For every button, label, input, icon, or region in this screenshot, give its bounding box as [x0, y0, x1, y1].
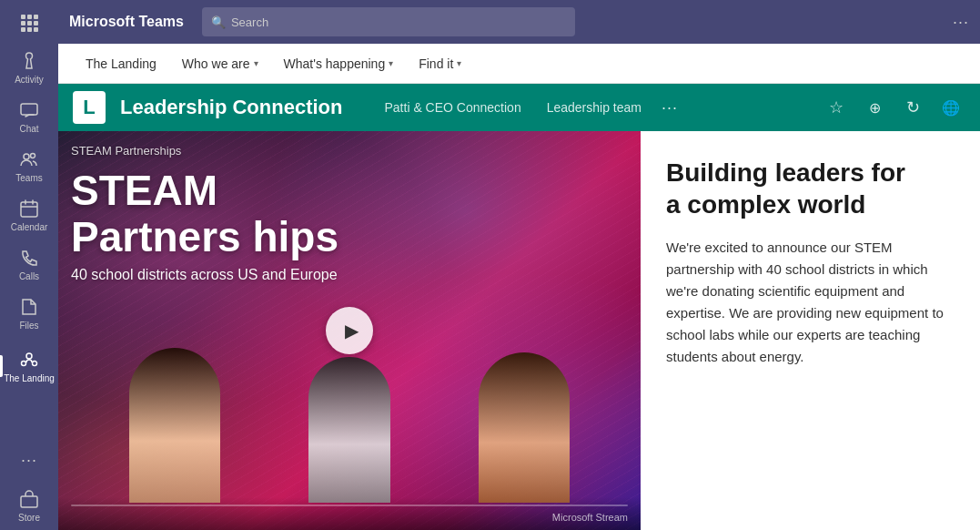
calls-icon — [18, 247, 40, 269]
video-tag: STEAM Partnerships — [71, 144, 181, 158]
sidebar-more-button[interactable]: ··· — [21, 440, 37, 481]
sidebar-item-chat-label: Chat — [19, 124, 38, 134]
sidebar-item-files[interactable]: Files — [0, 289, 58, 338]
nav-item-find-it-label: Find it — [419, 56, 453, 71]
sidebar-item-files-label: Files — [19, 321, 38, 331]
child-figure-left — [129, 348, 220, 503]
video-title-line1: STEAM — [71, 168, 628, 214]
sidebar-item-teams-label: Teams — [15, 173, 42, 183]
sidebar-item-activity[interactable]: Activity — [0, 43, 58, 92]
video-main-text: STEAM Partners hips 40 school districts … — [71, 168, 628, 283]
svg-rect-7 — [21, 496, 37, 507]
globe-icon: 🌐 — [942, 99, 960, 117]
channel-star-button[interactable]: ☆ — [822, 93, 851, 122]
channel-nav-more-button[interactable]: ··· — [654, 93, 685, 123]
video-overlay-text: STEAM Partnerships — [58, 131, 641, 169]
waffle-menu[interactable] — [0, 7, 58, 43]
svg-point-1 — [24, 154, 29, 159]
text-section: Building leaders for a complex world We'… — [641, 131, 980, 530]
sidebar-item-the-landing-label: The Landing — [4, 373, 55, 383]
channel-nav-patti-ceo-label: Patti & CEO Connection — [384, 100, 520, 115]
whats-happening-chevron-icon: ▾ — [389, 58, 393, 68]
video-subtitle: 40 school districts across US and Europe — [71, 267, 628, 283]
search-box[interactable]: 🔍 Search — [202, 7, 576, 36]
sidebar-store-button[interactable]: Store — [18, 481, 40, 530]
video-background: STEAM Partnerships STEAM Partners hips 4… — [58, 131, 641, 530]
store-icon — [18, 488, 40, 510]
channel-nav-patti-ceo[interactable]: Patti & CEO Connection — [371, 95, 533, 120]
video-section: STEAM Partnerships STEAM Partners hips 4… — [58, 131, 641, 530]
nav-item-find-it[interactable]: Find it ▾ — [406, 44, 474, 84]
sidebar-item-activity-label: Activity — [15, 75, 44, 85]
channel-logo: L — [73, 91, 106, 124]
channel-globe-button[interactable]: 🌐 — [936, 93, 965, 122]
waffle-icon — [21, 15, 38, 32]
refresh-icon: ↻ — [906, 97, 920, 117]
files-icon — [18, 296, 40, 318]
top-bar-more-button[interactable]: ··· — [953, 13, 969, 32]
nav-item-the-landing-label: The Landing — [86, 56, 157, 71]
chat-icon — [18, 99, 40, 121]
video-title-line2: Partners hips — [71, 214, 628, 260]
content-area: STEAM Partnerships STEAM Partners hips 4… — [58, 131, 980, 530]
landing-icon — [18, 349, 40, 371]
nav-item-who-we-are[interactable]: Who we are ▾ — [169, 44, 271, 84]
sidebar-item-calls-label: Calls — [19, 271, 39, 281]
svg-point-2 — [31, 154, 35, 158]
channel-bar: L Leadership Connection Patti & CEO Conn… — [58, 84, 980, 131]
svg-rect-0 — [21, 104, 37, 115]
channel-nav-leadership-team[interactable]: Leadership team — [534, 95, 654, 120]
article-heading: Building leaders for a complex world — [666, 157, 955, 220]
nav-item-whats-happening-label: What's happening — [284, 56, 386, 71]
svg-point-4 — [26, 353, 32, 359]
sidebar: Activity Chat Teams — [0, 0, 58, 530]
video-title: STEAM Partners hips — [71, 168, 628, 260]
video-watermark: Microsoft Stream — [71, 512, 628, 523]
sidebar-item-calls[interactable]: Calls — [0, 240, 58, 289]
article-heading-line1: Building leaders for — [666, 158, 905, 187]
calendar-icon — [18, 198, 40, 219]
channel-nav: Patti & CEO Connection Leadership team ·… — [371, 93, 807, 123]
activity-icon — [18, 50, 40, 72]
nav-bar: The Landing Who we are ▾ What's happenin… — [58, 44, 980, 84]
sidebar-item-calendar[interactable]: Calendar — [0, 190, 58, 240]
sidebar-item-teams[interactable]: Teams — [0, 141, 58, 190]
svg-rect-3 — [21, 202, 37, 217]
search-placeholder: Search — [231, 15, 268, 29]
search-icon: 🔍 — [211, 15, 226, 29]
child-figure-right — [479, 352, 570, 503]
top-bar: Microsoft Teams 🔍 Search ··· — [58, 0, 980, 44]
app-title: Microsoft Teams — [69, 14, 184, 30]
article-body: We're excited to announce our STEM partn… — [666, 237, 955, 368]
star-icon: ☆ — [829, 97, 844, 117]
who-we-are-chevron-icon: ▾ — [254, 58, 258, 68]
sidebar-item-chat[interactable]: Chat — [0, 92, 58, 141]
nav-item-who-we-are-label: Who we are — [182, 56, 250, 71]
link-icon: ⊕ — [869, 99, 881, 117]
channel-link-button[interactable]: ⊕ — [860, 93, 889, 122]
article-heading-line2: a complex world — [666, 190, 865, 219]
svg-point-5 — [22, 362, 26, 366]
find-it-chevron-icon: ▾ — [457, 58, 461, 68]
child-figure-center — [308, 357, 390, 503]
video-progress-bar[interactable] — [71, 505, 628, 506]
svg-point-6 — [33, 362, 37, 366]
nav-item-the-landing[interactable]: The Landing — [73, 44, 169, 84]
sidebar-item-calendar-label: Calendar — [11, 222, 48, 232]
channel-actions: ☆ ⊕ ↻ 🌐 — [822, 93, 965, 122]
channel-refresh-button[interactable]: ↻ — [898, 93, 927, 122]
channel-logo-text: L — [83, 96, 95, 119]
nav-item-whats-happening[interactable]: What's happening ▾ — [271, 44, 407, 84]
channel-nav-leadership-team-label: Leadership team — [547, 100, 642, 115]
main-area: Microsoft Teams 🔍 Search ··· The Landing… — [58, 0, 980, 530]
video-people-overlay — [58, 339, 641, 503]
sidebar-item-the-landing[interactable]: The Landing — [0, 341, 58, 391]
teams-icon — [18, 148, 40, 170]
sidebar-store-label: Store — [18, 513, 40, 523]
channel-title: Leadership Connection — [120, 96, 342, 119]
